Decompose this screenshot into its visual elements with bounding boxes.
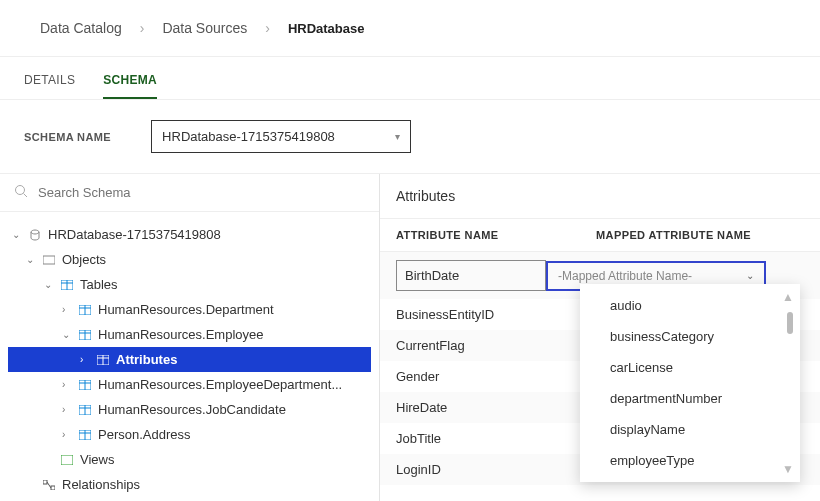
attribute-name-cell: Gender bbox=[396, 369, 596, 384]
view-icon bbox=[60, 454, 74, 466]
expand-icon[interactable]: › bbox=[80, 354, 90, 365]
tree-views-label: Views bbox=[80, 452, 114, 467]
folder-icon bbox=[42, 254, 56, 266]
tree-table-item[interactable]: › HumanResources.Department bbox=[8, 297, 371, 322]
svg-rect-25 bbox=[43, 480, 47, 484]
chevron-right-icon: › bbox=[265, 20, 270, 36]
expand-icon[interactable]: › bbox=[62, 404, 72, 415]
chevron-right-icon: › bbox=[140, 20, 145, 36]
schema-name-label: SCHEMA NAME bbox=[24, 131, 111, 143]
col-attribute-name: ATTRIBUTE NAME bbox=[396, 229, 596, 241]
collapse-icon[interactable]: ⌄ bbox=[44, 279, 54, 290]
tree-relationships[interactable]: Relationships bbox=[8, 472, 371, 497]
tree-attributes-label: Attributes bbox=[116, 352, 177, 367]
collapse-icon[interactable]: ⌄ bbox=[12, 229, 22, 240]
svg-rect-24 bbox=[61, 455, 73, 465]
tree-root-label: HRDatabase-1715375419808 bbox=[48, 227, 221, 242]
attributes-header: ATTRIBUTE NAME MAPPED ATTRIBUTE NAME bbox=[380, 219, 820, 252]
col-mapped-name: MAPPED ATTRIBUTE NAME bbox=[596, 229, 804, 241]
dropdown-option[interactable]: departmentNumber bbox=[580, 383, 800, 414]
table-icon bbox=[96, 354, 110, 366]
tree-tables-label: Tables bbox=[80, 277, 118, 292]
relationships-icon bbox=[42, 479, 56, 491]
attribute-name-cell: CurrentFlag bbox=[396, 338, 596, 353]
attribute-name-cell: HireDate bbox=[396, 400, 596, 415]
svg-rect-2 bbox=[43, 256, 55, 264]
tree-objects-label: Objects bbox=[62, 252, 106, 267]
tree-relationships-label: Relationships bbox=[62, 477, 140, 492]
tree-table-item[interactable]: › Person.Address bbox=[8, 422, 371, 447]
dropdown-option[interactable]: businessCategory bbox=[580, 321, 800, 352]
tree-root[interactable]: ⌄ HRDatabase-1715375419808 bbox=[8, 222, 371, 247]
schema-tree: ⌄ HRDatabase-1715375419808 ⌄ Objects ⌄ T… bbox=[0, 212, 379, 501]
breadcrumb-data-sources[interactable]: Data Sources bbox=[162, 20, 247, 36]
expand-icon[interactable]: › bbox=[62, 379, 72, 390]
chevron-down-icon: ▾ bbox=[395, 131, 400, 142]
attribute-name-cell[interactable]: BirthDate bbox=[396, 260, 546, 291]
breadcrumb-current: HRDatabase bbox=[288, 21, 365, 36]
collapse-icon[interactable]: ⌄ bbox=[62, 329, 72, 340]
table-icon bbox=[78, 304, 92, 316]
tab-details[interactable]: DETAILS bbox=[24, 73, 75, 99]
left-panel: ⌄ HRDatabase-1715375419808 ⌄ Objects ⌄ T… bbox=[0, 174, 380, 501]
dropdown-option[interactable]: carLicense bbox=[580, 352, 800, 383]
tree-item-label: HumanResources.JobCandidate bbox=[98, 402, 286, 417]
expand-icon[interactable]: › bbox=[62, 429, 72, 440]
tree-table-item[interactable]: › HumanResources.JobCandidate bbox=[8, 397, 371, 422]
scrollbar-thumb[interactable] bbox=[787, 312, 793, 334]
search-icon bbox=[14, 184, 28, 201]
breadcrumb-root[interactable]: Data Catalog bbox=[40, 20, 122, 36]
tree-tables[interactable]: ⌄ Tables bbox=[8, 272, 371, 297]
tree-table-item[interactable]: ⌄ HumanResources.Employee bbox=[8, 322, 371, 347]
search-input[interactable] bbox=[38, 185, 365, 200]
breadcrumb: Data Catalog › Data Sources › HRDatabase bbox=[0, 0, 820, 57]
tree-item-label: HumanResources.Department bbox=[98, 302, 274, 317]
schema-name-row: SCHEMA NAME HRDatabase-1715375419808 ▾ bbox=[0, 100, 820, 174]
chevron-down-icon: ⌄ bbox=[746, 270, 754, 281]
main-area: ⌄ HRDatabase-1715375419808 ⌄ Objects ⌄ T… bbox=[0, 174, 820, 501]
attribute-name-cell: LoginID bbox=[396, 462, 596, 477]
panel-title: Attributes bbox=[380, 174, 820, 219]
database-icon bbox=[28, 229, 42, 241]
tree-attributes[interactable]: › Attributes bbox=[8, 347, 371, 372]
collapse-icon[interactable]: ⌄ bbox=[26, 254, 36, 265]
dropdown-option[interactable]: displayName bbox=[580, 414, 800, 445]
table-icon bbox=[78, 404, 92, 416]
tree-item-label: HumanResources.Employee bbox=[98, 327, 263, 342]
right-panel: Attributes ATTRIBUTE NAME MAPPED ATTRIBU… bbox=[380, 174, 820, 501]
tabs: DETAILS SCHEMA bbox=[0, 57, 820, 100]
attribute-name-cell: JobTitle bbox=[396, 431, 596, 446]
dropdown-option[interactable]: employeeType bbox=[580, 445, 800, 476]
schema-name-value: HRDatabase-1715375419808 bbox=[162, 129, 335, 144]
schema-name-select[interactable]: HRDatabase-1715375419808 ▾ bbox=[151, 120, 411, 153]
expand-icon[interactable]: › bbox=[62, 304, 72, 315]
attribute-name-cell: BusinessEntityID bbox=[396, 307, 596, 322]
svg-point-0 bbox=[16, 186, 25, 195]
tree-objects[interactable]: ⌄ Objects bbox=[8, 247, 371, 272]
tab-schema[interactable]: SCHEMA bbox=[103, 73, 157, 99]
svg-line-27 bbox=[47, 482, 51, 488]
tree-table-item[interactable]: › HumanResources.EmployeeDepartment... bbox=[8, 372, 371, 397]
search-row bbox=[0, 174, 379, 212]
table-icon bbox=[78, 379, 92, 391]
table-icon bbox=[60, 279, 74, 291]
table-icon bbox=[78, 429, 92, 441]
mapped-placeholder: -Mapped Attribute Name- bbox=[558, 269, 692, 283]
mapped-attribute-dropdown[interactable]: ▲ audio businessCategory carLicense depa… bbox=[580, 284, 800, 482]
scroll-up-icon[interactable]: ▲ bbox=[782, 290, 794, 304]
svg-line-1 bbox=[24, 194, 28, 198]
scroll-down-icon[interactable]: ▼ bbox=[782, 462, 794, 476]
tree-item-label: HumanResources.EmployeeDepartment... bbox=[98, 377, 342, 392]
tree-views[interactable]: Views bbox=[8, 447, 371, 472]
svg-rect-26 bbox=[51, 486, 55, 490]
tree-item-label: Person.Address bbox=[98, 427, 191, 442]
dropdown-option[interactable]: audio bbox=[580, 290, 800, 321]
table-icon bbox=[78, 329, 92, 341]
